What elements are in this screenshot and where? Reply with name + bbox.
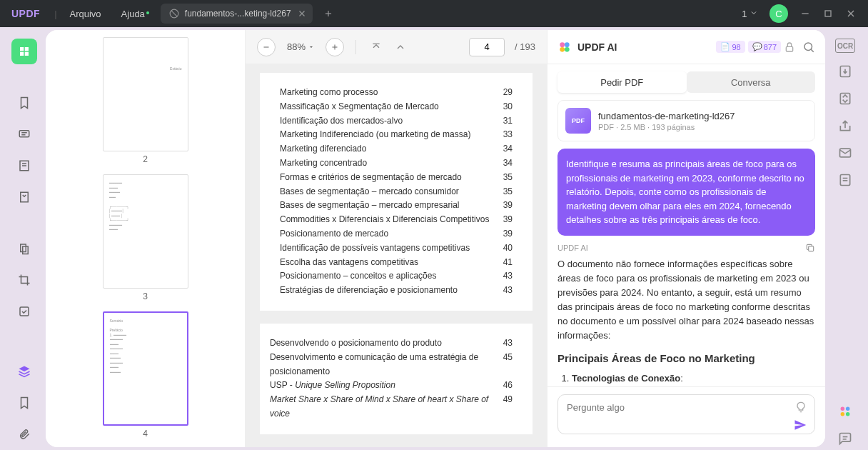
- ocr-tool[interactable]: OCR: [835, 39, 855, 53]
- ai-title: UPDF AI: [577, 41, 617, 53]
- chat-tool[interactable]: [837, 430, 854, 447]
- toc-line: Marketing Indiferenciado (ou marketing d…: [280, 128, 513, 142]
- bookmark-tool[interactable]: [11, 90, 37, 116]
- svg-point-45: [841, 412, 845, 416]
- svg-line-1: [171, 11, 177, 16]
- form-tool[interactable]: [837, 171, 854, 189]
- file-meta: PDF · 2.5 MB · 193 páginas: [598, 123, 807, 131]
- svg-rect-13: [25, 52, 29, 56]
- organize-tool[interactable]: [11, 236, 37, 261]
- toc-line: Bases de segmentação – mercado consumido…: [280, 185, 513, 199]
- maximize-button[interactable]: [822, 8, 834, 19]
- app-logo: UPDF: [0, 8, 51, 19]
- svg-point-46: [846, 412, 850, 416]
- credits-badge[interactable]: 📄98: [716, 41, 745, 53]
- svg-rect-12: [20, 52, 24, 56]
- svg-marker-25: [310, 46, 313, 48]
- toc-line: Commodities x Diferenciais x Diferenciai…: [280, 213, 513, 227]
- toc-line: Estratégias de diferenciação e posiciona…: [280, 284, 513, 298]
- thumbnail-item[interactable]: Estácio 2: [46, 37, 245, 164]
- thumb-number: 3: [143, 291, 148, 301]
- ai-file-card[interactable]: PDF fundamentos-de-marketing-ld267 PDF ·…: [557, 100, 815, 141]
- messages-badge[interactable]: 💬877: [748, 41, 781, 53]
- document-tab[interactable]: fundamentos-...keting-ld267: [161, 4, 313, 24]
- thumbnail-item[interactable]: SumárioPrefácio1. ━━━━━━━━━━━━━━━━━━━━━━…: [46, 311, 245, 439]
- user-avatar[interactable]: C: [769, 4, 788, 23]
- svg-point-29: [560, 42, 565, 47]
- close-icon[interactable]: [297, 9, 307, 19]
- layers-tool[interactable]: [11, 359, 37, 384]
- svg-point-30: [565, 42, 570, 47]
- toc-line: Marketing concentrado34: [280, 156, 513, 171]
- toc-line: Desenvolvimento e comunicação de uma est…: [270, 351, 513, 379]
- page-total: / 193: [515, 41, 535, 52]
- copy-icon[interactable]: [805, 243, 815, 253]
- toc-line: Posicionamento – conceitos e aplicações4…: [280, 269, 513, 284]
- tab-title: fundamentos-...keting-ld267: [185, 9, 291, 19]
- ai-logo-icon: [557, 40, 572, 54]
- edit-tool[interactable]: [11, 184, 37, 210]
- first-page-button[interactable]: [368, 39, 385, 56]
- thumbnail-panel: Estácio 2 ━━━━━━━━━━━━━━━━━━┌──────┐│━━━…: [46, 30, 246, 447]
- prev-page-button[interactable]: [392, 39, 409, 56]
- svg-rect-14: [19, 131, 29, 137]
- toc-line: Marketing diferenciado34: [280, 142, 513, 156]
- svg-point-44: [846, 407, 850, 411]
- watermark-tool[interactable]: [11, 299, 37, 324]
- share-tool[interactable]: [837, 117, 854, 134]
- thumbnail-item[interactable]: ━━━━━━━━━━━━━━━━━━┌──────┐│━━━━━││━━━━ │…: [46, 174, 245, 301]
- ai-tool[interactable]: [837, 403, 854, 420]
- bookmark-outline-tool[interactable]: [11, 390, 37, 416]
- svg-point-43: [841, 407, 845, 411]
- toc-line: Marketing como processo29: [280, 86, 513, 100]
- comment-tool[interactable]: [11, 121, 37, 147]
- right-toolbar: OCR: [825, 30, 865, 447]
- compress-tool[interactable]: [837, 90, 854, 107]
- send-button[interactable]: [794, 419, 807, 431]
- left-toolbar: [3, 30, 46, 447]
- thumb-number: 4: [143, 429, 148, 439]
- thumbnails-tool[interactable]: [11, 39, 37, 64]
- search-icon[interactable]: [802, 41, 815, 54]
- pages-tool[interactable]: [11, 153, 37, 179]
- notification-dot: [146, 11, 149, 14]
- crop-tool[interactable]: [11, 267, 37, 293]
- toc-line: USP - Unique Selling Proposition46: [270, 379, 513, 393]
- toc-line: Formas e critérios de segmentação de mer…: [280, 171, 513, 185]
- window-count[interactable]: 1: [742, 9, 758, 19]
- divider: |: [54, 9, 56, 19]
- close-button[interactable]: [845, 8, 857, 19]
- minimize-button[interactable]: [799, 8, 811, 19]
- chat-tab[interactable]: Conversa: [687, 71, 816, 93]
- toc-line: Massificação x Segmentação de Mercado30: [280, 100, 513, 114]
- export-tool[interactable]: [837, 63, 854, 80]
- ask-pdf-tab[interactable]: Pedir PDF: [557, 71, 687, 93]
- document-content[interactable]: Marketing como processo29Massificação x …: [246, 64, 547, 447]
- ai-input-field[interactable]: [557, 394, 815, 434]
- svg-point-34: [804, 43, 812, 51]
- svg-rect-23: [20, 307, 29, 316]
- zoom-value[interactable]: 88%: [283, 41, 318, 52]
- zoom-out-button[interactable]: [257, 38, 276, 56]
- add-tab-button[interactable]: [318, 4, 338, 24]
- toc-line: Identificação dos mercados-alvo31: [280, 114, 513, 129]
- menu-file[interactable]: Arquivo: [60, 9, 111, 19]
- menu-help[interactable]: Ajuda: [111, 9, 155, 19]
- suggestions-icon[interactable]: [795, 401, 807, 413]
- toc-line: Posicionamento de mercado39: [280, 227, 513, 241]
- blocked-icon: [169, 9, 179, 19]
- ai-response: O documento não fornece informações espe…: [557, 257, 815, 387]
- attachment-tool[interactable]: [11, 421, 37, 447]
- pdf-icon: PDF: [565, 108, 591, 134]
- svg-point-32: [565, 47, 570, 52]
- zoom-in-button[interactable]: [326, 38, 344, 56]
- ai-panel: UPDF AI 📄98 💬877 Pedir PDF Conversa PDF …: [547, 30, 825, 447]
- user-message: Identifique e resuma as principais áreas…: [557, 149, 815, 236]
- toc-line: Identificação de possíveis vantagens com…: [280, 241, 513, 256]
- svg-line-35: [811, 49, 814, 52]
- page-input[interactable]: [469, 38, 505, 56]
- thumb-number: 2: [143, 154, 148, 164]
- email-tool[interactable]: [837, 144, 854, 161]
- svg-point-31: [560, 47, 565, 52]
- toc-line: Market Share x Share of Mind x Share of …: [270, 393, 513, 421]
